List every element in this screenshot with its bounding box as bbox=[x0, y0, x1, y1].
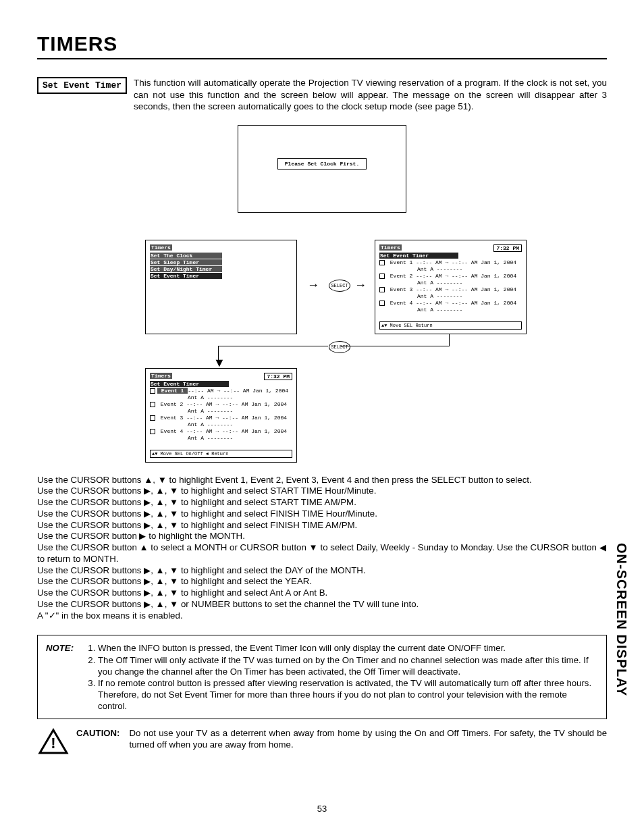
osd-event-timer-list: Timers 7:32 PM Set Event Timer Event 1 -… bbox=[375, 240, 527, 334]
event-name: Event 4 bbox=[157, 428, 186, 434]
event-subline: Ant A -------- bbox=[379, 293, 522, 299]
event-name: Event 3 bbox=[387, 286, 416, 292]
checkbox-icon bbox=[150, 402, 155, 407]
osd-event-timer-edit: Timers 7:32 PM Set Event Timer Event 1 -… bbox=[145, 368, 297, 463]
page-title: TIMERS bbox=[37, 32, 607, 55]
checkbox-icon bbox=[150, 415, 155, 421]
osd-diagrams: Please Set Clock First. Timers Set The C… bbox=[37, 125, 607, 469]
flow-line bbox=[449, 334, 450, 346]
note-label: NOTE: bbox=[46, 642, 74, 712]
menu-item: Set Sleep Timer bbox=[150, 259, 222, 265]
event-name: Event 2 bbox=[387, 273, 416, 279]
osd-event-row: Event 1 --:-- AM → --:-- AM Jan 1, 2004 bbox=[379, 259, 522, 265]
osd-clock-warning: Please Set Clock First. bbox=[238, 125, 406, 213]
note-item: The Off Timer will only activate if the … bbox=[98, 654, 598, 677]
checkbox-icon bbox=[379, 273, 385, 279]
osd-event-row: Event 4 --:-- AM → --:-- AM Jan 1, 2004 bbox=[150, 428, 292, 434]
event-name: Event 2 bbox=[157, 401, 186, 407]
arrow-icon: → bbox=[307, 279, 319, 291]
instruction-line: Use the CURSOR buttons ▶, ▲, ▼ to highli… bbox=[37, 588, 607, 599]
section-label-box: Set Event Timer bbox=[37, 77, 127, 94]
osd-subheader: Set Event Timer bbox=[150, 381, 229, 387]
osd-header: Timers bbox=[150, 244, 172, 251]
checkbox-icon bbox=[379, 260, 385, 265]
event-name: Event 1 bbox=[387, 259, 416, 265]
osd-clock: 7:32 PM bbox=[264, 373, 292, 380]
caution-text: Do not use your TV as a deterrent when a… bbox=[129, 727, 607, 750]
osd-footer: ▲▼ Move SEL On/Off ◄ Return bbox=[150, 450, 292, 458]
osd-timers-menu: Timers Set The Clock Set Sleep Timer Set… bbox=[145, 240, 297, 334]
note-box: NOTE: When the INFO button is pressed, t… bbox=[37, 635, 607, 719]
osd-event-row: Event 3 --:-- AM → --:-- AM Jan 1, 2004 bbox=[150, 415, 292, 421]
arrow-icon: → bbox=[354, 279, 367, 291]
osd-clock: 7:32 PM bbox=[493, 244, 522, 252]
event-time: --:-- AM → --:-- AM Jan 1, 2004 bbox=[186, 428, 287, 434]
event-time: --:-- AM → --:-- AM Jan 1, 2004 bbox=[416, 273, 516, 279]
checkbox-icon bbox=[150, 388, 155, 394]
flow-line bbox=[341, 346, 450, 346]
instruction-list: Use the CURSOR buttons ▲, ▼ to highlight… bbox=[37, 475, 607, 622]
arrow-down-icon: ▼ bbox=[213, 357, 225, 369]
osd-footer: ▲▼ Move SEL Return bbox=[379, 321, 522, 330]
osd-header: Timers bbox=[150, 373, 172, 379]
osd-event-row: Event 2 --:-- AM → --:-- AM Jan 1, 2004 bbox=[150, 401, 292, 407]
event-subline: Ant A -------- bbox=[150, 435, 292, 441]
osd-header: Timers bbox=[379, 244, 402, 251]
instruction-line: Use the CURSOR buttons ▶, ▲, ▼ to highli… bbox=[37, 576, 607, 588]
flow-line bbox=[218, 346, 328, 346]
instruction-line: Use the CURSOR buttons ▶, ▲, ▼ to highli… bbox=[37, 497, 607, 509]
event-name: Event 4 bbox=[387, 300, 416, 306]
caution-row: ! CAUTION: Do not use your TV as a deter… bbox=[37, 727, 607, 756]
instruction-line: Use the CURSOR buttons ▶, ▲, ▼ or NUMBER… bbox=[37, 599, 607, 610]
event-time: --:-- AM → --:-- AM Jan 1, 2004 bbox=[186, 415, 287, 421]
osd-message: Please Set Clock First. bbox=[277, 158, 367, 170]
side-tab: ON-SCREEN DISPLAY bbox=[614, 543, 629, 696]
select-button-icon: SELECT bbox=[329, 280, 350, 292]
osd-subheader: Set Event Timer bbox=[379, 253, 458, 259]
warning-icon: ! bbox=[37, 727, 70, 756]
osd-event-row: Event 1 --:-- AM → --:-- AM Jan 1, 2004 bbox=[150, 388, 292, 394]
intro-paragraph: This function will automatically operate… bbox=[134, 77, 607, 113]
caution-label: CAUTION: bbox=[76, 727, 119, 739]
event-subline: Ant A -------- bbox=[379, 266, 522, 272]
instruction-line: Use the CURSOR button ▶ to highlight the… bbox=[37, 531, 607, 542]
page-number: 53 bbox=[0, 804, 644, 814]
instruction-line: Use the CURSOR buttons ▶, ▲, ▼ to highli… bbox=[37, 509, 607, 520]
osd-event-row: Event 3 --:-- AM → --:-- AM Jan 1, 2004 bbox=[379, 286, 522, 292]
event-time: --:-- AM → --:-- AM Jan 1, 2004 bbox=[188, 388, 288, 394]
checkbox-icon bbox=[379, 287, 385, 292]
select-button-icon: SELECT bbox=[329, 341, 350, 353]
event-subline: Ant A -------- bbox=[150, 408, 292, 414]
note-item: If no remote control button is pressed a… bbox=[98, 677, 598, 712]
event-name: Event 3 bbox=[157, 415, 186, 421]
event-time: --:-- AM → --:-- AM Jan 1, 2004 bbox=[416, 259, 516, 265]
instruction-line: Use the CURSOR buttons ▶, ▲, ▼ to highli… bbox=[37, 565, 607, 577]
event-subline: Ant A -------- bbox=[379, 307, 522, 313]
event-time: --:-- AM → --:-- AM Jan 1, 2004 bbox=[186, 401, 287, 407]
note-item: When the INFO button is pressed, the Eve… bbox=[98, 642, 598, 654]
instruction-line: Use the CURSOR button ▲ to select a MONT… bbox=[37, 542, 607, 565]
event-name: Event 1 bbox=[157, 388, 188, 394]
event-subline: Ant A -------- bbox=[150, 421, 292, 427]
checkbox-icon bbox=[150, 429, 155, 434]
event-subline: Ant A -------- bbox=[379, 280, 522, 286]
event-time: --:-- AM → --:-- AM Jan 1, 2004 bbox=[416, 300, 516, 306]
event-subline: Ant A -------- bbox=[150, 394, 292, 400]
instruction-line: Use the CURSOR buttons ▲, ▼ to highlight… bbox=[37, 475, 607, 486]
checkbox-icon bbox=[379, 301, 385, 306]
osd-event-row: Event 4 --:-- AM → --:-- AM Jan 1, 2004 bbox=[379, 300, 522, 306]
menu-item: Set Day/Night Timer bbox=[150, 266, 222, 272]
menu-item: Set The Clock bbox=[150, 253, 222, 259]
instruction-line: Use the CURSOR buttons ▶, ▲, ▼ to highli… bbox=[37, 520, 607, 531]
instruction-line: Use the CURSOR buttons ▶, ▲, ▼ to highli… bbox=[37, 486, 607, 497]
menu-item-selected: Set Event Timer bbox=[150, 273, 222, 279]
svg-text:!: ! bbox=[51, 735, 55, 752]
osd-event-row: Event 2 --:-- AM → --:-- AM Jan 1, 2004 bbox=[379, 273, 522, 279]
instruction-line: A "✓" in the box means it is enabled. bbox=[37, 610, 607, 622]
horizontal-rule bbox=[37, 58, 607, 59]
event-time: --:-- AM → --:-- AM Jan 1, 2004 bbox=[416, 286, 516, 292]
note-list: When the INFO button is pressed, the Eve… bbox=[84, 642, 598, 712]
